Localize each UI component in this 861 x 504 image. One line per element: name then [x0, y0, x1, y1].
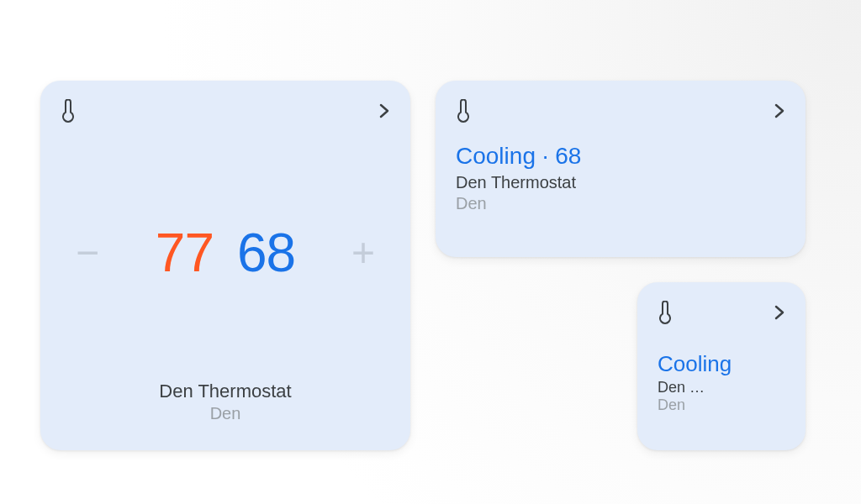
- thermostat-icon: [456, 99, 471, 123]
- card-header: [456, 97, 785, 124]
- thermostat-icon: [61, 99, 76, 123]
- thermostat-card-medium[interactable]: Cooling · 68 Den Thermostat Den: [436, 81, 806, 257]
- chevron-right-icon[interactable]: [378, 101, 390, 121]
- cool-setpoint: 68: [237, 222, 295, 284]
- room-name: Den: [658, 396, 785, 414]
- room-name: Den: [61, 404, 390, 423]
- device-name: Den Thermostat: [456, 173, 785, 192]
- chevron-right-icon[interactable]: [774, 302, 785, 323]
- card-header: [61, 97, 390, 124]
- device-name: Den Thermostat: [61, 381, 390, 402]
- room-name: Den: [456, 194, 785, 213]
- thermostat-icon: [658, 301, 673, 324]
- chevron-right-icon[interactable]: [774, 101, 785, 121]
- heat-setpoint: 77: [156, 222, 214, 284]
- decrease-button[interactable]: −: [67, 229, 108, 276]
- status-line: Cooling · 68: [456, 143, 785, 170]
- status-line: Cooling: [658, 351, 785, 377]
- setpoint-readout: 77 68: [156, 222, 295, 284]
- thermostat-card-large[interactable]: − 77 68 + Den Thermostat Den: [40, 81, 410, 450]
- device-name: Den …: [658, 379, 785, 396]
- increase-button[interactable]: +: [343, 229, 383, 276]
- thermostat-card-small[interactable]: Cooling Den … Den: [637, 282, 806, 450]
- card-footer: Den Thermostat Den: [61, 381, 390, 433]
- card-header: [658, 299, 785, 326]
- temperature-controls: − 77 68 +: [61, 124, 390, 381]
